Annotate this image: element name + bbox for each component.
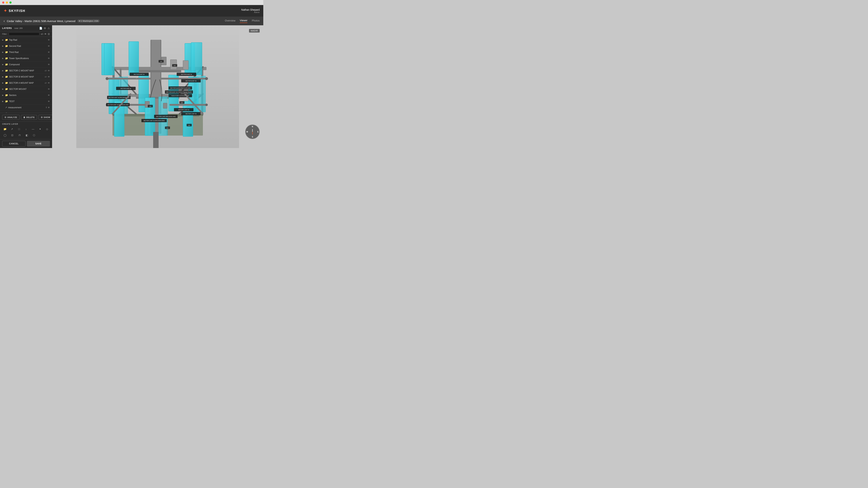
layer-item-third-rad[interactable]: ▶ 📁 Third Rad 👁	[0, 49, 52, 55]
tag-icon[interactable]: 🏷	[45, 76, 46, 78]
visibility-icon[interactable]: 👁	[48, 82, 50, 84]
expand-icon[interactable]: ▶	[2, 100, 5, 102]
layer-name: SECTOR C MOUNT MAP	[9, 69, 45, 72]
tool-down[interactable]: ↓	[23, 127, 29, 132]
expand-icon[interactable]: ▶	[2, 57, 5, 59]
layer-item-top-rad[interactable]: ▶ 📁 Top Rad 👁	[0, 37, 52, 43]
svg-point-43	[205, 77, 208, 80]
layer-item-compound[interactable]: ▶ 📁 Compound 👁	[0, 61, 52, 68]
expand-icon[interactable]: ▶	[2, 45, 5, 47]
visibility-icon[interactable]: 👁	[48, 63, 50, 66]
analyze-button[interactable]: ◎ ANALYZE	[2, 115, 20, 120]
tower-visualization: SECTOR A ANT 2b SECTOR A ANT 3b SECTOR A…	[52, 25, 263, 148]
tag-icon[interactable]: 🏷	[45, 70, 46, 72]
tool-hex[interactable]: ⬡	[31, 133, 37, 138]
visibility-icon[interactable]: 👁	[48, 75, 50, 78]
visibility-icon[interactable]: 👁	[48, 45, 50, 47]
close-button[interactable]	[2, 1, 4, 4]
tool-folder[interactable]: 📁	[2, 127, 8, 132]
visibility-icon[interactable]: 👁	[48, 39, 50, 41]
tool-star[interactable]: ✦	[37, 127, 43, 132]
expand-icon[interactable]: ▶	[2, 82, 5, 84]
share-icon[interactable]: ⚙	[44, 27, 46, 30]
expand-icon[interactable]: ▶	[2, 70, 5, 72]
viewport[interactable]: SECTOR A ANT 2b SECTOR A ANT 3b SECTOR A…	[52, 25, 263, 148]
layer-item-sectors[interactable]: ▶ 📁 Sectors 👁	[0, 92, 52, 98]
show-label: SHOW	[43, 116, 50, 119]
tool-circle[interactable]: ◯	[2, 133, 8, 138]
logo-area: ✦ SKYFISH	[4, 8, 25, 13]
folder-icon: 📁	[5, 57, 8, 60]
tag-icon[interactable]: 🏷	[45, 82, 46, 84]
filter-input[interactable]	[9, 32, 40, 36]
breadcrumb-left: ‹ Cedar Valley - Martin 20631 50th Avenu…	[4, 19, 100, 23]
layer-item-actions: 👁	[48, 45, 50, 47]
create-layer-tools: 📁 ↗ □ ↓ — ✦ ◇ ◯ ⊡ ⊓ ◧ ⬡	[2, 127, 50, 138]
expand-icon[interactable]: ▶	[2, 94, 5, 96]
expand-icon[interactable]: ▶	[2, 76, 5, 78]
layer-item-measurement[interactable]: ▶ ↗ measurement ℹ 👁	[0, 104, 52, 110]
tool-rect[interactable]: □	[16, 127, 22, 132]
tag-filter-icon[interactable]: 🏷	[41, 33, 43, 35]
layer-item-test[interactable]: ▶ 📁 TEST 👁	[0, 98, 52, 104]
tab-overview[interactable]: Overview	[225, 19, 236, 23]
maximize-button[interactable]	[9, 1, 11, 4]
list-filter-icon[interactable]: ☰	[48, 33, 50, 35]
layer-item-second-rad[interactable]: ▶ 📁 Second Rad 👁	[0, 43, 52, 49]
layer-name: TEST	[9, 100, 48, 103]
layer-item-tower-specs[interactable]: ▶ 📁 Tower Specifications 👁	[0, 55, 52, 61]
visibility-icon[interactable]: 👁	[48, 100, 50, 103]
folder-icon: 📁	[5, 38, 8, 41]
svg-text:SECTOR A ANT 3b: SECTOR A ANT 3b	[120, 88, 131, 89]
svg-text:tube: tube	[166, 127, 168, 129]
layer-item-sector-c-mount[interactable]: ▶ 📁 SECTOR C MOUNT MAP 🏷 👁	[0, 68, 52, 74]
svg-text:SECTOR A ANT 1a ERICSSON 4445: SECTOR A ANT 1a ERICSSON 4445	[107, 104, 128, 105]
layer-name: SECTOR MOUNT	[9, 88, 48, 90]
eye-filter-icon[interactable]: 👁	[44, 33, 46, 35]
compass-west: W	[246, 131, 248, 133]
expand-icon[interactable]: ▶	[2, 63, 5, 65]
tab-photos[interactable]: Photos	[252, 19, 260, 23]
layer-item-sector-b-mount[interactable]: ▶ 📁 SECTOR B MOUNT MAP 🏷 👁	[0, 74, 52, 80]
expand-icon[interactable]: ▶	[2, 39, 5, 41]
visibility-icon[interactable]: 👁	[48, 69, 50, 72]
cancel-button[interactable]: CANCEL	[2, 141, 26, 147]
tools-row-2: ◯ ⊡ ⊓ ◧ ⬡	[2, 133, 50, 138]
visibility-icon[interactable]: 👁	[48, 57, 50, 60]
delete-button[interactable]: 🗑 DELETE	[21, 115, 37, 120]
visibility-icon[interactable]: 👁	[48, 51, 50, 54]
tab-viewer[interactable]: Viewer	[240, 19, 248, 23]
svg-text:tube: tube	[149, 106, 151, 107]
layer-item-actions: 👁	[48, 63, 50, 66]
tool-square[interactable]: ⊡	[9, 133, 15, 138]
layer-item-sector-a-mount[interactable]: ▶ 📁 SECTOR A MOUNT MAP 🏷 👁	[0, 80, 52, 86]
layer-item-sector-mount[interactable]: ▶ 📁 SECTOR MOUNT 👁	[0, 86, 52, 92]
visibility-icon[interactable]: 👁	[48, 94, 50, 97]
add-layer-icon[interactable]: 📄	[39, 27, 42, 30]
settings-icon[interactable]: ⚠	[48, 27, 50, 30]
layer-name: Second Rad	[9, 45, 48, 47]
folder-icon: 📁	[5, 51, 8, 54]
breadcrumb-bar: ‹ Cedar Valley - Martin 20631 50th Avenu…	[0, 17, 263, 25]
tool-copy[interactable]: ⊓	[17, 133, 23, 138]
show-button[interactable]: ◎ SHOW	[38, 115, 52, 120]
folder-icon: 📁	[5, 82, 8, 84]
tool-arrow[interactable]: ↗	[9, 127, 15, 132]
compass-circle: N S E W	[245, 125, 260, 139]
tool-minus[interactable]: —	[30, 127, 36, 132]
compass-south: S	[252, 136, 253, 138]
analyze-icon: ◎	[4, 116, 6, 119]
tool-crop[interactable]: ◧	[24, 133, 30, 138]
minimize-button[interactable]	[6, 1, 8, 4]
info-icon[interactable]: ℹ	[46, 106, 46, 109]
layers-list: ▶ 📁 Top Rad 👁 ▶ 📁 Second Rad 👁	[0, 37, 52, 113]
nadir-button[interactable]: NADIR	[249, 29, 260, 33]
back-button[interactable]: ‹	[4, 19, 5, 23]
visibility-icon[interactable]: 👁	[48, 106, 50, 109]
layer-item-unnamed[interactable]: ▶ ◯ Unamed Layer ℹ 👁	[0, 110, 52, 113]
visibility-icon[interactable]: 👁	[48, 88, 50, 90]
tool-diamond[interactable]: ◇	[44, 127, 50, 132]
expand-icon[interactable]: ▶	[2, 88, 5, 90]
save-button[interactable]: SAVE	[27, 141, 50, 147]
expand-icon[interactable]: ▶	[2, 51, 5, 53]
